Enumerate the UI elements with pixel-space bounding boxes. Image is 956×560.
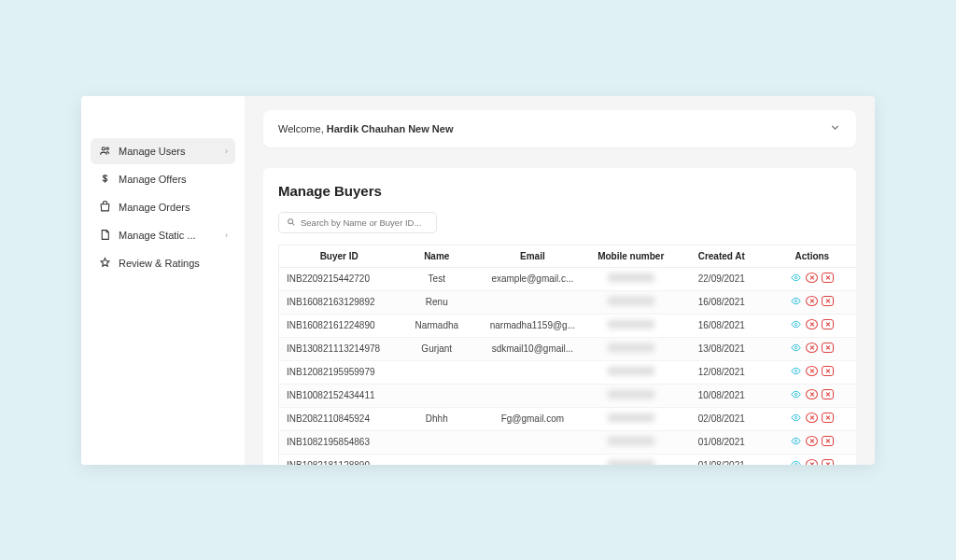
chevron-down-icon[interactable] [829, 120, 841, 137]
cell-actions: ✕✕ [768, 267, 856, 290]
users-icon [98, 145, 111, 158]
view-icon[interactable] [790, 343, 802, 353]
col-header-email: Email [478, 245, 586, 267]
delete-icon[interactable]: ✕ [822, 343, 834, 353]
delete-icon[interactable]: ✕ [822, 413, 834, 423]
cancel-icon[interactable]: ✕ [806, 343, 818, 353]
cell-created: 01/08/2021 [675, 454, 768, 465]
doc-icon [98, 229, 111, 242]
cell-mobile [587, 337, 675, 360]
blurred-mobile [608, 320, 654, 329]
cancel-icon[interactable]: ✕ [806, 273, 818, 283]
blurred-mobile [608, 390, 654, 399]
cell-name [395, 384, 478, 407]
cell-actions: ✕✕ [768, 384, 856, 407]
page-title: Manage Buyers [263, 183, 856, 199]
cell-actions: ✕✕ [768, 337, 856, 360]
view-icon[interactable] [790, 436, 802, 446]
dollar-icon [98, 173, 111, 186]
blurred-mobile [608, 437, 654, 445]
chevron-right-icon: › [225, 231, 228, 240]
star-icon [98, 257, 111, 270]
cell-created: 01/08/2021 [675, 430, 768, 454]
bag-icon [98, 201, 111, 214]
cancel-icon[interactable]: ✕ [806, 366, 818, 376]
search-box[interactable] [278, 212, 437, 233]
cell-email [478, 360, 586, 384]
view-icon[interactable] [790, 273, 802, 283]
cell-name [395, 454, 478, 465]
table-row: INB108219585486301/08/2021✕✕ [279, 430, 857, 454]
view-icon[interactable] [790, 366, 802, 376]
sidebar-item-manage-offers[interactable]: Manage Offers [91, 166, 235, 192]
sidebar-item-label: Review & Ratings [119, 258, 228, 269]
cell-mobile [587, 290, 675, 314]
table-header-row: Buyer ID Name Email Mobile number Create… [279, 245, 857, 267]
blurred-mobile [608, 460, 654, 465]
cancel-icon[interactable]: ✕ [806, 436, 818, 446]
cancel-icon[interactable]: ✕ [806, 459, 818, 465]
cell-email: sdkmail10@gmail... [478, 337, 586, 360]
sidebar-item-manage-static[interactable]: Manage Static ... › [91, 222, 235, 248]
cell-id: INB130821113214978 [279, 337, 396, 360]
cell-name [395, 360, 478, 384]
cell-name [395, 430, 478, 454]
sidebar-item-manage-orders[interactable]: Manage Orders [91, 194, 235, 220]
delete-icon[interactable]: ✕ [822, 389, 834, 399]
cell-actions: ✕✕ [768, 430, 856, 454]
cell-email [478, 454, 586, 465]
col-header-name: Name [395, 245, 478, 267]
cell-mobile [587, 407, 675, 430]
svg-point-9 [795, 416, 797, 418]
cell-id: INB1082195854863 [279, 430, 396, 454]
cell-mobile [587, 384, 675, 407]
view-icon[interactable] [790, 413, 802, 423]
svg-point-4 [795, 300, 797, 301]
sidebar-item-review-ratings[interactable]: Review & Ratings [91, 250, 235, 276]
cell-id: INB1082181128890 [279, 454, 396, 465]
main-content: Welcome, Hardik Chauhan New New Manage B… [245, 96, 875, 465]
sidebar-item-label: Manage Users [119, 146, 225, 157]
welcome-prefix: Welcome, [278, 123, 327, 134]
sidebar-item-label: Manage Offers [119, 174, 228, 185]
cell-name: Gurjant [395, 337, 478, 360]
svg-point-11 [795, 463, 797, 464]
cell-name: Narmadha [395, 314, 478, 337]
cancel-icon[interactable]: ✕ [806, 389, 818, 399]
cell-created: 10/08/2021 [675, 384, 768, 407]
blurred-mobile [608, 413, 654, 422]
welcome-bar[interactable]: Welcome, Hardik Chauhan New New [263, 110, 856, 147]
delete-icon[interactable]: ✕ [822, 319, 834, 329]
svg-point-0 [102, 147, 105, 150]
app-shell: Manage Users › Manage Offers Manage Orde… [81, 96, 875, 465]
table-row: INB2209215442720Testexample@gmail.c...22… [279, 267, 857, 290]
view-icon[interactable] [790, 459, 802, 465]
cell-email: narmadha1159@g... [478, 314, 586, 337]
delete-icon[interactable]: ✕ [822, 436, 834, 446]
cancel-icon[interactable]: ✕ [806, 319, 818, 329]
cell-id: INB12082195959979 [279, 360, 396, 384]
view-icon[interactable] [790, 319, 802, 329]
delete-icon[interactable]: ✕ [822, 296, 834, 306]
table-row: INB16082163129892Renu16/08/2021✕✕ [279, 290, 857, 314]
table-row: INB16082161224890Narmadhanarmadha1159@g.… [279, 314, 857, 337]
cell-created: 13/08/2021 [675, 337, 768, 360]
welcome-text: Welcome, Hardik Chauhan New New [278, 123, 453, 134]
cancel-icon[interactable]: ✕ [806, 296, 818, 306]
sidebar: Manage Users › Manage Offers Manage Orde… [81, 96, 245, 465]
cell-name: Dhhh [395, 407, 478, 430]
cell-mobile [587, 454, 675, 465]
cell-actions: ✕✕ [768, 454, 856, 465]
blurred-mobile [608, 273, 654, 282]
search-input[interactable] [301, 217, 429, 228]
view-icon[interactable] [790, 389, 802, 399]
cell-actions: ✕✕ [768, 407, 856, 430]
col-header-actions: Actions [768, 245, 856, 267]
cell-created: 16/08/2021 [675, 290, 768, 314]
cancel-icon[interactable]: ✕ [806, 413, 818, 423]
sidebar-item-manage-users[interactable]: Manage Users › [91, 138, 235, 164]
delete-icon[interactable]: ✕ [822, 366, 834, 376]
delete-icon[interactable]: ✕ [822, 459, 834, 465]
view-icon[interactable] [790, 296, 802, 306]
delete-icon[interactable]: ✕ [822, 273, 834, 283]
